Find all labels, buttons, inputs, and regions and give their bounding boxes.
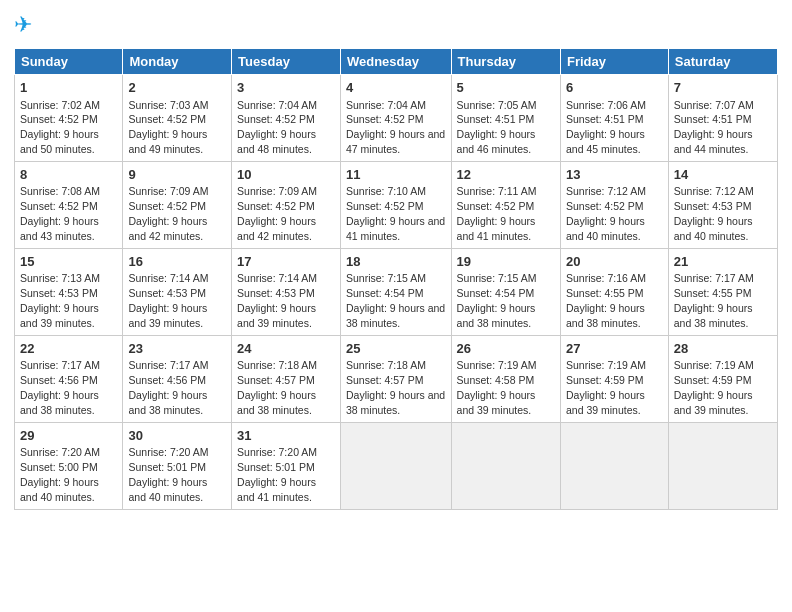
calendar-cell: 19 Sunrise: 7:15 AMSunset: 4:54 PMDaylig… [451,248,560,335]
day-number: 5 [457,79,555,97]
day-info: Sunrise: 7:13 AMSunset: 4:53 PMDaylight:… [20,272,100,329]
day-info: Sunrise: 7:14 AMSunset: 4:53 PMDaylight:… [128,272,208,329]
day-number: 6 [566,79,663,97]
calendar-day-header: Saturday [668,49,777,75]
day-info: Sunrise: 7:07 AMSunset: 4:51 PMDaylight:… [674,99,754,156]
calendar-cell: 3 Sunrise: 7:04 AMSunset: 4:52 PMDayligh… [232,75,341,162]
calendar-cell: 29 Sunrise: 7:20 AMSunset: 5:00 PMDaylig… [15,422,123,509]
calendar-cell: 11 Sunrise: 7:10 AMSunset: 4:52 PMDaylig… [340,161,451,248]
calendar-cell: 22 Sunrise: 7:17 AMSunset: 4:56 PMDaylig… [15,335,123,422]
day-info: Sunrise: 7:15 AMSunset: 4:54 PMDaylight:… [457,272,537,329]
calendar-header-row: SundayMondayTuesdayWednesdayThursdayFrid… [15,49,778,75]
header: ✈ [14,10,778,42]
calendar-cell: 25 Sunrise: 7:18 AMSunset: 4:57 PMDaylig… [340,335,451,422]
day-number: 9 [128,166,226,184]
day-info: Sunrise: 7:14 AMSunset: 4:53 PMDaylight:… [237,272,317,329]
day-info: Sunrise: 7:09 AMSunset: 4:52 PMDaylight:… [237,185,317,242]
calendar-cell: 20 Sunrise: 7:16 AMSunset: 4:55 PMDaylig… [560,248,668,335]
day-number: 31 [237,427,335,445]
calendar-cell: 30 Sunrise: 7:20 AMSunset: 5:01 PMDaylig… [123,422,232,509]
calendar-week-row: 15 Sunrise: 7:13 AMSunset: 4:53 PMDaylig… [15,248,778,335]
calendar-day-header: Friday [560,49,668,75]
calendar-cell: 18 Sunrise: 7:15 AMSunset: 4:54 PMDaylig… [340,248,451,335]
day-info: Sunrise: 7:04 AMSunset: 4:52 PMDaylight:… [346,99,445,156]
day-number: 16 [128,253,226,271]
day-info: Sunrise: 7:06 AMSunset: 4:51 PMDaylight:… [566,99,646,156]
day-info: Sunrise: 7:19 AMSunset: 4:58 PMDaylight:… [457,359,537,416]
day-info: Sunrise: 7:04 AMSunset: 4:52 PMDaylight:… [237,99,317,156]
day-number: 12 [457,166,555,184]
calendar-cell: 9 Sunrise: 7:09 AMSunset: 4:52 PMDayligh… [123,161,232,248]
day-info: Sunrise: 7:11 AMSunset: 4:52 PMDaylight:… [457,185,537,242]
calendar-cell: 13 Sunrise: 7:12 AMSunset: 4:52 PMDaylig… [560,161,668,248]
day-number: 14 [674,166,772,184]
calendar-cell: 15 Sunrise: 7:13 AMSunset: 4:53 PMDaylig… [15,248,123,335]
day-number: 22 [20,340,117,358]
calendar-cell: 16 Sunrise: 7:14 AMSunset: 4:53 PMDaylig… [123,248,232,335]
calendar-day-header: Thursday [451,49,560,75]
day-number: 15 [20,253,117,271]
logo: ✈ [14,10,45,42]
logo-icon: ✈ [14,10,42,42]
day-info: Sunrise: 7:17 AMSunset: 4:55 PMDaylight:… [674,272,754,329]
calendar-cell: 7 Sunrise: 7:07 AMSunset: 4:51 PMDayligh… [668,75,777,162]
calendar-cell: 28 Sunrise: 7:19 AMSunset: 4:59 PMDaylig… [668,335,777,422]
day-number: 3 [237,79,335,97]
day-number: 20 [566,253,663,271]
day-info: Sunrise: 7:20 AMSunset: 5:00 PMDaylight:… [20,446,100,503]
day-info: Sunrise: 7:19 AMSunset: 4:59 PMDaylight:… [674,359,754,416]
day-number: 13 [566,166,663,184]
calendar-cell: 14 Sunrise: 7:12 AMSunset: 4:53 PMDaylig… [668,161,777,248]
day-number: 23 [128,340,226,358]
day-number: 26 [457,340,555,358]
calendar-week-row: 8 Sunrise: 7:08 AMSunset: 4:52 PMDayligh… [15,161,778,248]
day-info: Sunrise: 7:15 AMSunset: 4:54 PMDaylight:… [346,272,445,329]
day-number: 18 [346,253,446,271]
day-info: Sunrise: 7:20 AMSunset: 5:01 PMDaylight:… [128,446,208,503]
day-info: Sunrise: 7:16 AMSunset: 4:55 PMDaylight:… [566,272,646,329]
day-number: 4 [346,79,446,97]
calendar-cell [451,422,560,509]
day-info: Sunrise: 7:02 AMSunset: 4:52 PMDaylight:… [20,99,100,156]
day-number: 11 [346,166,446,184]
day-info: Sunrise: 7:17 AMSunset: 4:56 PMDaylight:… [20,359,100,416]
calendar-week-row: 29 Sunrise: 7:20 AMSunset: 5:00 PMDaylig… [15,422,778,509]
calendar-cell [668,422,777,509]
day-info: Sunrise: 7:12 AMSunset: 4:53 PMDaylight:… [674,185,754,242]
day-number: 2 [128,79,226,97]
calendar-cell: 31 Sunrise: 7:20 AMSunset: 5:01 PMDaylig… [232,422,341,509]
day-info: Sunrise: 7:17 AMSunset: 4:56 PMDaylight:… [128,359,208,416]
calendar-cell: 6 Sunrise: 7:06 AMSunset: 4:51 PMDayligh… [560,75,668,162]
calendar-cell: 17 Sunrise: 7:14 AMSunset: 4:53 PMDaylig… [232,248,341,335]
day-number: 10 [237,166,335,184]
day-info: Sunrise: 7:08 AMSunset: 4:52 PMDaylight:… [20,185,100,242]
day-info: Sunrise: 7:19 AMSunset: 4:59 PMDaylight:… [566,359,646,416]
calendar-week-row: 22 Sunrise: 7:17 AMSunset: 4:56 PMDaylig… [15,335,778,422]
calendar-cell: 10 Sunrise: 7:09 AMSunset: 4:52 PMDaylig… [232,161,341,248]
day-info: Sunrise: 7:18 AMSunset: 4:57 PMDaylight:… [237,359,317,416]
day-info: Sunrise: 7:10 AMSunset: 4:52 PMDaylight:… [346,185,445,242]
day-number: 27 [566,340,663,358]
calendar-table: SundayMondayTuesdayWednesdayThursdayFrid… [14,48,778,510]
calendar-week-row: 1 Sunrise: 7:02 AMSunset: 4:52 PMDayligh… [15,75,778,162]
day-number: 30 [128,427,226,445]
day-info: Sunrise: 7:12 AMSunset: 4:52 PMDaylight:… [566,185,646,242]
calendar-day-header: Monday [123,49,232,75]
calendar-cell: 2 Sunrise: 7:03 AMSunset: 4:52 PMDayligh… [123,75,232,162]
calendar-cell: 21 Sunrise: 7:17 AMSunset: 4:55 PMDaylig… [668,248,777,335]
day-info: Sunrise: 7:20 AMSunset: 5:01 PMDaylight:… [237,446,317,503]
day-number: 24 [237,340,335,358]
calendar-cell: 12 Sunrise: 7:11 AMSunset: 4:52 PMDaylig… [451,161,560,248]
day-info: Sunrise: 7:05 AMSunset: 4:51 PMDaylight:… [457,99,537,156]
page-container: ✈ SundayMondayTuesdayWednesdayThursdayFr… [0,0,792,520]
calendar-cell: 23 Sunrise: 7:17 AMSunset: 4:56 PMDaylig… [123,335,232,422]
calendar-day-header: Tuesday [232,49,341,75]
calendar-cell: 26 Sunrise: 7:19 AMSunset: 4:58 PMDaylig… [451,335,560,422]
day-number: 17 [237,253,335,271]
calendar-cell: 8 Sunrise: 7:08 AMSunset: 4:52 PMDayligh… [15,161,123,248]
day-number: 25 [346,340,446,358]
calendar-cell: 24 Sunrise: 7:18 AMSunset: 4:57 PMDaylig… [232,335,341,422]
day-number: 7 [674,79,772,97]
day-info: Sunrise: 7:03 AMSunset: 4:52 PMDaylight:… [128,99,208,156]
day-number: 28 [674,340,772,358]
